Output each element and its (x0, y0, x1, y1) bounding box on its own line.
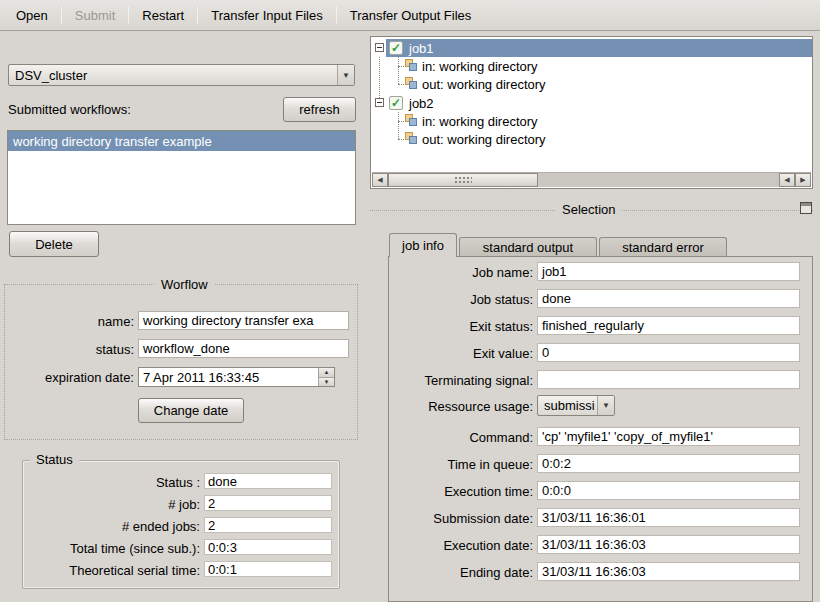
job-status-field[interactable]: done (537, 289, 800, 308)
toolbar-transfer-output-button[interactable]: Transfer Output Files (340, 4, 482, 27)
expiration-date-label: expiration date: (10, 370, 134, 385)
transfer-file-icon (405, 114, 418, 127)
status-row-field[interactable]: 0:0:1 (204, 561, 332, 577)
cluster-combo-value: DSV_cluster (9, 65, 337, 85)
float-panel-icon[interactable] (800, 202, 812, 214)
time-in-queue-field[interactable]: 0:0:2 (537, 454, 800, 473)
workflow-group-title: Worflow (155, 277, 214, 292)
spin-buttons: ▲ ▼ (318, 368, 334, 386)
scroll-left-icon[interactable]: ◀ (372, 173, 388, 187)
status-label: status: (10, 342, 134, 357)
tree-branch-line (398, 112, 399, 139)
tree-branch-line (398, 57, 399, 84)
status-field[interactable]: workflow_done (138, 339, 349, 358)
spin-down-icon[interactable]: ▼ (319, 378, 334, 387)
tab-standard-output[interactable]: standard output (459, 237, 597, 256)
expander-minus-icon[interactable] (375, 43, 384, 52)
cluster-combo[interactable]: DSV_cluster ▼ (8, 64, 355, 86)
info-row-label: Job status: (390, 292, 533, 307)
expander-minus-icon[interactable] (375, 98, 384, 107)
status-row-label: Theoretical serial time: (28, 563, 200, 578)
spin-up-icon[interactable]: ▲ (319, 368, 334, 378)
resource-usage-value: submissi (538, 396, 597, 415)
tree-node-job2-in[interactable]: in: working directory (422, 114, 538, 129)
info-row-label: Ressource usage: (390, 399, 533, 414)
exit-value-field[interactable]: 0 (537, 343, 800, 362)
status-row-field[interactable]: 2 (204, 495, 332, 511)
transfer-file-icon (405, 59, 418, 72)
tab-job-info[interactable]: job info (389, 233, 457, 257)
toolbar-restart-button[interactable]: Restart (132, 4, 194, 27)
job-done-check-icon: ✓ (389, 96, 403, 110)
exit-status-field[interactable]: finished_regularly (537, 316, 800, 335)
info-row-label: Execution date: (390, 538, 533, 553)
transfer-file-icon (405, 77, 418, 90)
status-row-label: Status : (28, 475, 200, 490)
scroll-right-icon[interactable]: ▶ (795, 173, 811, 187)
toolbar-open-button[interactable]: Open (6, 4, 58, 27)
tab-standard-error[interactable]: standard error (599, 237, 727, 256)
tree-branch-line (398, 84, 404, 85)
info-row-label: Time in queue: (390, 457, 533, 472)
scrollbar-grip (454, 176, 472, 185)
tree-branch-line (379, 57, 380, 98)
status-row-field[interactable]: done (204, 473, 332, 489)
info-row-label: Command: (390, 430, 533, 445)
info-row-label: Ending date: (390, 565, 533, 580)
status-row-label: Total time (since sub.): (28, 541, 200, 556)
tree-node-job1-out[interactable]: out: working directory (422, 77, 546, 92)
command-field[interactable]: 'cp' 'myfile1' 'copy_of_myfile1' (537, 427, 800, 446)
chevron-down-icon: ▼ (597, 396, 614, 415)
name-field[interactable]: working directory transfer exa (138, 311, 349, 330)
ending-date-field[interactable]: 31/03/11 16:36:03 (537, 562, 800, 581)
selection-group-title: Selection (556, 202, 621, 217)
submitted-workflows-label: Submitted workflows: (8, 102, 131, 117)
scrollbar-track[interactable] (538, 173, 779, 187)
toolbar-separator (197, 6, 198, 24)
refresh-button[interactable]: refresh (283, 97, 356, 122)
tree-selection-bar (386, 39, 812, 57)
execution-time-field[interactable]: 0:0:0 (537, 481, 800, 500)
tree-node-job1[interactable]: job1 (409, 41, 434, 56)
expiration-date-spinbox[interactable]: 7 Apr 2011 16:33:45 ▲ ▼ (138, 367, 335, 387)
toolbar-transfer-input-button[interactable]: Transfer Input Files (201, 4, 333, 27)
transfer-file-icon (405, 132, 418, 145)
delete-button[interactable]: Delete (9, 231, 99, 257)
info-row-label: Job name: (390, 265, 533, 280)
change-date-button[interactable]: Change date (138, 398, 244, 423)
submission-date-field[interactable]: 31/03/11 16:36:01 (537, 508, 800, 527)
tree-branch-line (398, 66, 404, 67)
info-row-label: Exit value: (390, 346, 533, 361)
toolbar-separator (128, 6, 129, 24)
workflow-listbox[interactable]: working directory transfer example (7, 130, 356, 225)
tree-node-job1-in[interactable]: in: working directory (422, 59, 538, 74)
execution-date-field[interactable]: 31/03/11 16:36:03 (537, 535, 800, 554)
status-group-title: Status (30, 452, 79, 467)
info-row-label: Execution time: (390, 484, 533, 499)
tree-node-job2[interactable]: job2 (409, 96, 434, 111)
toolbar-separator (61, 6, 62, 24)
toolbar-separator (336, 6, 337, 24)
tree-node-job2-out[interactable]: out: working directory (422, 132, 546, 147)
scroll-left-icon[interactable]: ◀ (779, 173, 795, 187)
expiration-date-value[interactable]: 7 Apr 2011 16:33:45 (139, 368, 318, 386)
workflow-list-item[interactable]: working directory transfer example (8, 131, 355, 151)
name-label: name: (10, 314, 134, 329)
status-row-label: # ended jobs: (28, 519, 200, 534)
job-name-field[interactable]: job1 (537, 262, 800, 281)
info-row-label: Submission date: (390, 511, 533, 526)
toolbar: Open Submit Restart Transfer Input Files… (0, 0, 820, 31)
horizontal-scrollbar[interactable]: ◀ ◀ ▶ (372, 172, 811, 187)
terminating-signal-field[interactable] (537, 370, 800, 389)
scrollbar-thumb[interactable] (388, 173, 538, 187)
job-tree[interactable]: ✓ job1 in: working directory out: workin… (370, 36, 813, 189)
status-row-field[interactable]: 0:0:3 (204, 539, 332, 555)
chevron-down-icon: ▼ (337, 65, 354, 85)
resource-usage-combo[interactable]: submissi ▼ (537, 395, 615, 416)
tree-branch-line (398, 121, 404, 122)
toolbar-submit-button: Submit (65, 4, 125, 27)
info-row-label: Terminating signal: (390, 373, 533, 388)
job-done-check-icon: ✓ (389, 41, 403, 55)
status-row-field[interactable]: 2 (204, 517, 332, 533)
status-row-label: # job: (28, 497, 200, 512)
